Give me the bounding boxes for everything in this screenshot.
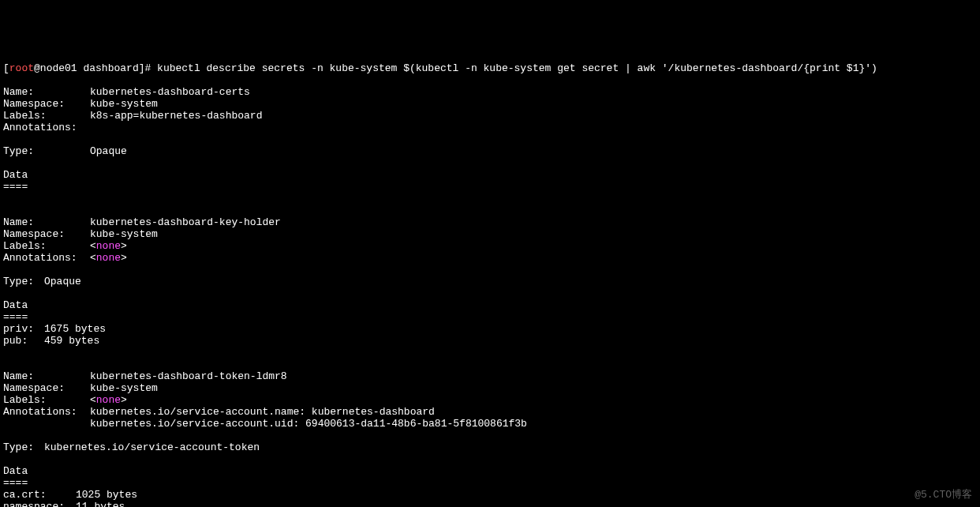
secret-namespace: Namespace:kube-system <box>3 98 977 110</box>
data-header: Data <box>3 465 977 477</box>
secret-type: Type:Opaque <box>3 276 977 287</box>
secret-namespace: Namespace:kube-system <box>3 382 977 394</box>
secret-name: Name:kubernetes-dashboard-certs <box>3 86 977 98</box>
secret-annotations-cont: kubernetes.io/service-account.uid: 69400… <box>3 418 977 430</box>
blank-line <box>3 133 977 145</box>
secret-labels: Labels:<none> <box>3 240 977 252</box>
data-divider: ==== <box>3 477 977 489</box>
blank-line <box>3 287 977 299</box>
blank-line <box>3 193 977 205</box>
data-divider: ==== <box>3 181 977 193</box>
data-entry: namespace:11 bytes <box>3 501 977 507</box>
data-entry: priv:1675 bytes <box>3 323 977 335</box>
data-header: Data <box>3 169 977 181</box>
blank-line <box>3 359 977 370</box>
blank-line <box>3 157 977 169</box>
blank-line <box>3 453 977 465</box>
secret-annotations: Annotations:kubernetes.io/service-accoun… <box>3 406 977 418</box>
data-header: Data <box>3 299 977 311</box>
data-entry: pub:459 bytes <box>3 335 977 347</box>
secret-labels: Labels:k8s-app=kubernetes-dashboard <box>3 110 977 122</box>
blank-line <box>3 264 977 276</box>
secret-type: Type:kubernetes.io/service-account-token <box>3 441 977 453</box>
watermark: @5.CTO博客 <box>915 489 972 501</box>
secret-namespace: Namespace:kube-system <box>3 228 977 240</box>
command-line: [root@node01 dashboard]# kubectl describ… <box>3 62 977 74</box>
data-entry: ca.crt:1025 bytes <box>3 489 977 501</box>
secret-name: Name:kubernetes-dashboard-token-ldmr8 <box>3 370 977 382</box>
secret-name: Name:kubernetes-dashboard-key-holder <box>3 216 977 228</box>
blank-line <box>3 430 977 441</box>
blank-line <box>3 205 977 216</box>
secret-type: Type:Opaque <box>3 145 977 157</box>
prompt: [root@node01 dashboard]# <box>3 62 157 74</box>
secret-annotations: Annotations:<none> <box>3 252 977 264</box>
secret-annotations: Annotations: <box>3 122 977 133</box>
data-divider: ==== <box>3 311 977 323</box>
terminal-output[interactable]: [root@node01 dashboard]# kubectl describ… <box>3 51 977 507</box>
blank-line <box>3 347 977 359</box>
secret-labels: Labels:<none> <box>3 394 977 406</box>
command-text: kubectl describe secrets -n kube-system … <box>157 62 877 74</box>
